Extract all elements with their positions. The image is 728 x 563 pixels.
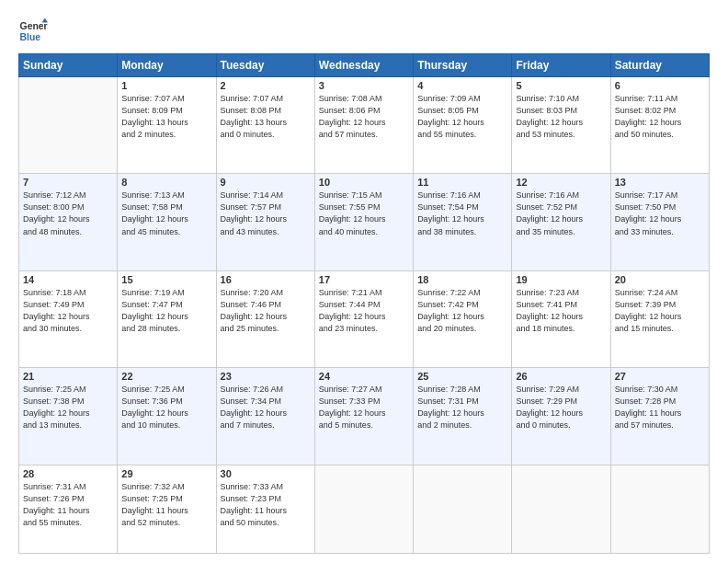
day-number: 19: [516, 274, 606, 285]
day-number: 4: [417, 80, 507, 91]
day-info: Sunrise: 7:25 AMSunset: 7:38 PMDaylight:…: [23, 384, 113, 431]
calendar-cell: 29Sunrise: 7:32 AMSunset: 7:25 PMDayligh…: [118, 465, 216, 553]
logo: General Blue: [18, 17, 48, 46]
day-info: Sunrise: 7:31 AMSunset: 7:26 PMDaylight:…: [23, 481, 113, 529]
day-number: 12: [516, 177, 606, 188]
day-number: 2: [221, 80, 311, 91]
calendar-cell: 19Sunrise: 7:23 AMSunset: 7:41 PMDayligh…: [512, 270, 610, 367]
weekday-monday: Monday: [118, 54, 216, 77]
day-number: 5: [516, 80, 606, 91]
calendar-cell: 11Sunrise: 7:16 AMSunset: 7:54 PMDayligh…: [414, 174, 512, 270]
calendar-cell: 5Sunrise: 7:10 AMSunset: 8:03 PMDaylight…: [512, 77, 610, 174]
day-info: Sunrise: 7:27 AMSunset: 7:33 PMDaylight:…: [319, 384, 409, 431]
day-info: Sunrise: 7:17 AMSunset: 7:50 PMDaylight:…: [615, 190, 705, 237]
logo-icon: General Blue: [18, 17, 48, 46]
day-info: Sunrise: 7:16 AMSunset: 7:54 PMDaylight:…: [417, 190, 507, 237]
day-number: 30: [221, 468, 311, 479]
calendar-cell: 1Sunrise: 7:07 AMSunset: 8:09 PMDaylight…: [118, 77, 216, 174]
day-number: 20: [615, 274, 705, 285]
weekday-wednesday: Wednesday: [314, 54, 413, 77]
calendar-cell: [314, 465, 413, 553]
calendar-cell: [512, 465, 610, 553]
calendar-cell: 3Sunrise: 7:08 AMSunset: 8:06 PMDaylight…: [314, 77, 413, 174]
day-info: Sunrise: 7:19 AMSunset: 7:47 PMDaylight:…: [121, 287, 211, 335]
calendar-cell: 23Sunrise: 7:26 AMSunset: 7:34 PMDayligh…: [216, 368, 314, 465]
day-info: Sunrise: 7:10 AMSunset: 8:03 PMDaylight:…: [516, 93, 606, 141]
day-number: 9: [221, 177, 311, 188]
day-number: 28: [23, 468, 113, 479]
day-info: Sunrise: 7:13 AMSunset: 7:58 PMDaylight:…: [121, 190, 211, 237]
day-number: 17: [319, 274, 409, 285]
calendar-table: SundayMondayTuesdayWednesdayThursdayFrid…: [18, 53, 710, 554]
calendar-cell: 30Sunrise: 7:33 AMSunset: 7:23 PMDayligh…: [216, 465, 314, 553]
day-number: 3: [319, 80, 409, 91]
calendar-cell: 4Sunrise: 7:09 AMSunset: 8:05 PMDaylight…: [414, 77, 512, 174]
day-info: Sunrise: 7:30 AMSunset: 7:28 PMDaylight:…: [615, 384, 705, 431]
calendar-week-4: 21Sunrise: 7:25 AMSunset: 7:38 PMDayligh…: [19, 368, 710, 465]
calendar-body: 1Sunrise: 7:07 AMSunset: 8:09 PMDaylight…: [19, 77, 710, 554]
calendar-cell: 15Sunrise: 7:19 AMSunset: 7:47 PMDayligh…: [118, 270, 216, 367]
calendar-cell: 21Sunrise: 7:25 AMSunset: 7:38 PMDayligh…: [19, 368, 118, 465]
day-info: Sunrise: 7:25 AMSunset: 7:36 PMDaylight:…: [121, 384, 211, 431]
calendar-cell: 20Sunrise: 7:24 AMSunset: 7:39 PMDayligh…: [610, 270, 709, 367]
calendar-cell: 24Sunrise: 7:27 AMSunset: 7:33 PMDayligh…: [314, 368, 413, 465]
day-number: 15: [121, 274, 211, 285]
day-info: Sunrise: 7:16 AMSunset: 7:52 PMDaylight:…: [516, 190, 606, 237]
day-number: 6: [615, 80, 705, 91]
day-info: Sunrise: 7:09 AMSunset: 8:05 PMDaylight:…: [417, 93, 507, 141]
day-info: Sunrise: 7:12 AMSunset: 8:00 PMDaylight:…: [23, 190, 113, 237]
day-number: 13: [615, 177, 705, 188]
day-number: 24: [319, 371, 409, 382]
calendar-cell: 8Sunrise: 7:13 AMSunset: 7:58 PMDaylight…: [118, 174, 216, 270]
calendar-cell: 6Sunrise: 7:11 AMSunset: 8:02 PMDaylight…: [610, 77, 709, 174]
svg-text:Blue: Blue: [20, 32, 41, 42]
day-number: 26: [516, 371, 606, 382]
day-number: 7: [23, 177, 113, 188]
day-number: 29: [121, 468, 211, 479]
weekday-thursday: Thursday: [414, 54, 512, 77]
day-info: Sunrise: 7:14 AMSunset: 7:57 PMDaylight:…: [221, 190, 311, 237]
day-info: Sunrise: 7:08 AMSunset: 8:06 PMDaylight:…: [319, 93, 409, 141]
calendar-cell: 12Sunrise: 7:16 AMSunset: 7:52 PMDayligh…: [512, 174, 610, 270]
day-number: 18: [417, 274, 507, 285]
day-number: 22: [121, 371, 211, 382]
svg-marker-2: [42, 18, 48, 23]
calendar-cell: [414, 465, 512, 553]
calendar-week-3: 14Sunrise: 7:18 AMSunset: 7:49 PMDayligh…: [19, 270, 710, 367]
calendar-cell: [19, 77, 118, 174]
calendar-cell: 17Sunrise: 7:21 AMSunset: 7:44 PMDayligh…: [314, 270, 413, 367]
svg-text:General: General: [20, 21, 48, 31]
day-info: Sunrise: 7:23 AMSunset: 7:41 PMDaylight:…: [516, 287, 606, 335]
day-info: Sunrise: 7:07 AMSunset: 8:09 PMDaylight:…: [121, 93, 211, 141]
calendar-cell: 16Sunrise: 7:20 AMSunset: 7:46 PMDayligh…: [216, 270, 314, 367]
weekday-header-row: SundayMondayTuesdayWednesdayThursdayFrid…: [19, 54, 710, 77]
day-info: Sunrise: 7:21 AMSunset: 7:44 PMDaylight:…: [319, 287, 409, 335]
calendar-cell: 2Sunrise: 7:07 AMSunset: 8:08 PMDaylight…: [216, 77, 314, 174]
day-info: Sunrise: 7:28 AMSunset: 7:31 PMDaylight:…: [417, 384, 507, 431]
calendar-week-2: 7Sunrise: 7:12 AMSunset: 8:00 PMDaylight…: [19, 174, 710, 270]
calendar-week-5: 28Sunrise: 7:31 AMSunset: 7:26 PMDayligh…: [19, 465, 710, 553]
calendar-cell: 13Sunrise: 7:17 AMSunset: 7:50 PMDayligh…: [610, 174, 709, 270]
weekday-sunday: Sunday: [19, 54, 118, 77]
day-info: Sunrise: 7:07 AMSunset: 8:08 PMDaylight:…: [221, 93, 311, 141]
calendar-cell: 9Sunrise: 7:14 AMSunset: 7:57 PMDaylight…: [216, 174, 314, 270]
day-info: Sunrise: 7:18 AMSunset: 7:49 PMDaylight:…: [23, 287, 113, 335]
calendar-cell: [610, 465, 709, 553]
day-number: 8: [121, 177, 211, 188]
day-number: 11: [417, 177, 507, 188]
calendar-cell: 27Sunrise: 7:30 AMSunset: 7:28 PMDayligh…: [610, 368, 709, 465]
calendar-cell: 10Sunrise: 7:15 AMSunset: 7:55 PMDayligh…: [314, 174, 413, 270]
day-info: Sunrise: 7:11 AMSunset: 8:02 PMDaylight:…: [615, 93, 705, 141]
day-number: 10: [319, 177, 409, 188]
header: General Blue: [18, 17, 710, 46]
calendar-cell: 18Sunrise: 7:22 AMSunset: 7:42 PMDayligh…: [414, 270, 512, 367]
calendar-week-1: 1Sunrise: 7:07 AMSunset: 8:09 PMDaylight…: [19, 77, 710, 174]
day-number: 14: [23, 274, 113, 285]
weekday-tuesday: Tuesday: [216, 54, 314, 77]
day-info: Sunrise: 7:29 AMSunset: 7:29 PMDaylight:…: [516, 384, 606, 431]
calendar-cell: 14Sunrise: 7:18 AMSunset: 7:49 PMDayligh…: [19, 270, 118, 367]
day-info: Sunrise: 7:33 AMSunset: 7:23 PMDaylight:…: [221, 481, 311, 529]
calendar-cell: 26Sunrise: 7:29 AMSunset: 7:29 PMDayligh…: [512, 368, 610, 465]
day-info: Sunrise: 7:24 AMSunset: 7:39 PMDaylight:…: [615, 287, 705, 335]
day-number: 23: [221, 371, 311, 382]
